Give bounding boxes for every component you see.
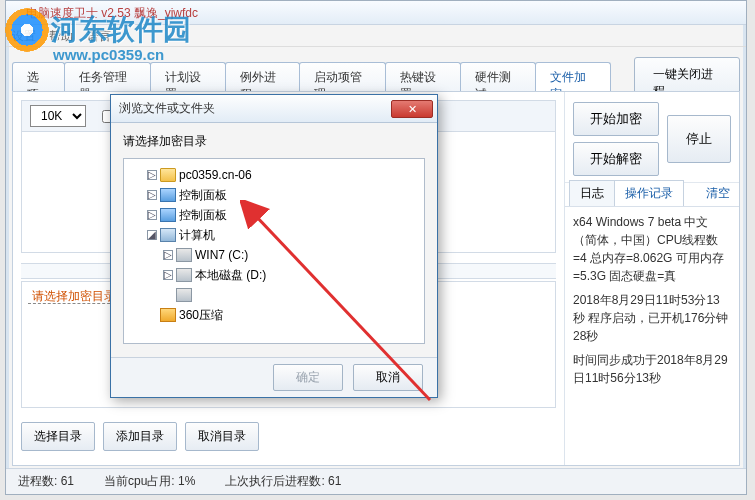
drive-icon	[176, 288, 192, 302]
tree-node[interactable]: ▷本地磁盘 (D:)	[128, 265, 420, 285]
tree-node[interactable]: 360压缩	[128, 305, 420, 325]
stop-button[interactable]: 停止	[667, 115, 731, 163]
status-proc: 进程数: 61	[18, 473, 74, 490]
panel-icon	[160, 208, 176, 222]
status-cpu: 当前cpu占用: 1%	[104, 473, 195, 490]
tree-node[interactable]: ▷WIN7 (C:)	[128, 245, 420, 265]
dialog-label: 请选择加密目录	[123, 133, 425, 150]
tree-label: 计算机	[179, 227, 215, 244]
menu-settings[interactable]: 设置	[12, 29, 36, 43]
log-body: x64 Windows 7 beta 中文（简体，中国）CPU线程数=4 总内存…	[565, 207, 739, 465]
menu-bar: 设置 帮助 语言	[6, 25, 746, 47]
close-icon[interactable]: ✕	[391, 100, 433, 118]
tree-node[interactable]: ◢计算机	[128, 225, 420, 245]
tree-toggle-icon[interactable]: ▷	[163, 270, 173, 280]
tree-toggle-icon[interactable]	[163, 290, 173, 300]
tree-toggle-icon[interactable]	[147, 310, 157, 320]
tree-label: pc0359.cn-06	[179, 168, 252, 182]
tree-node[interactable]	[128, 285, 420, 305]
status-lastproc: 上次执行后进程数: 61	[225, 473, 341, 490]
tree-toggle-icon[interactable]: ▷	[147, 210, 157, 220]
tree-node[interactable]: ▷pc0359.cn-06	[128, 165, 420, 185]
tree-toggle-icon[interactable]: ▷	[163, 250, 173, 260]
tree-toggle-icon[interactable]: ◢	[147, 230, 157, 240]
cancel-button[interactable]: 取消	[353, 364, 423, 391]
tree-toggle-icon[interactable]: ▷	[147, 170, 157, 180]
log-line: x64 Windows 7 beta 中文（简体，中国）CPU线程数=4 总内存…	[573, 213, 731, 285]
dialog-title: 浏览文件或文件夹	[119, 100, 215, 117]
panel-icon	[160, 188, 176, 202]
right-pane: 开始加密 开始解密 停止 日志 操作记录 清空 x64 Windows 7 be…	[565, 92, 739, 465]
ok-button[interactable]: 确定	[273, 364, 343, 391]
window-title: 电脑速度卫士 v2.53 飘逸_yjwfdc	[6, 1, 746, 25]
tree-toggle-icon[interactable]: ▷	[147, 190, 157, 200]
zip-icon	[160, 308, 176, 322]
choose-dir-button[interactable]: 选择目录	[21, 422, 95, 451]
drive-icon	[176, 248, 192, 262]
tree-node[interactable]: ▷控制面板	[128, 205, 420, 225]
menu-language[interactable]: 语言	[87, 29, 111, 43]
tree-label: 控制面板	[179, 207, 227, 224]
folder-tree[interactable]: ▷pc0359.cn-06▷控制面板▷控制面板◢计算机▷WIN7 (C:)▷本地…	[123, 158, 425, 344]
add-dir-button[interactable]: 添加目录	[103, 422, 177, 451]
hint-text: 请选择加密目录	[28, 289, 120, 304]
log-line: 2018年8月29日11时53分13秒 程序启动，已开机176分钟28秒	[573, 291, 731, 345]
tree-label: 360压缩	[179, 307, 223, 324]
tree-label: 控制面板	[179, 187, 227, 204]
logtab-clear[interactable]: 清空	[696, 181, 740, 206]
tree-node[interactable]: ▷控制面板	[128, 185, 420, 205]
log-line: 时间同步成功于2018年8月29日11时56分13秒	[573, 351, 731, 387]
tree-label: 本地磁盘 (D:)	[195, 267, 266, 284]
menu-help[interactable]: 帮助	[49, 29, 73, 43]
cancel-dir-button[interactable]: 取消目录	[185, 422, 259, 451]
start-decrypt-button[interactable]: 开始解密	[573, 142, 659, 176]
size-select[interactable]: 10K	[30, 105, 86, 127]
logtab-record[interactable]: 操作记录	[614, 180, 684, 206]
browse-dialog: 浏览文件或文件夹 ✕ 请选择加密目录 ▷pc0359.cn-06▷控制面板▷控制…	[110, 94, 438, 398]
folder-icon	[160, 168, 176, 182]
tree-label: WIN7 (C:)	[195, 248, 248, 262]
computer-icon	[160, 228, 176, 242]
status-bar: 进程数: 61 当前cpu占用: 1% 上次执行后进程数: 61	[6, 468, 746, 494]
drive-icon	[176, 268, 192, 282]
start-encrypt-button[interactable]: 开始加密	[573, 102, 659, 136]
logtab-log[interactable]: 日志	[569, 180, 615, 206]
